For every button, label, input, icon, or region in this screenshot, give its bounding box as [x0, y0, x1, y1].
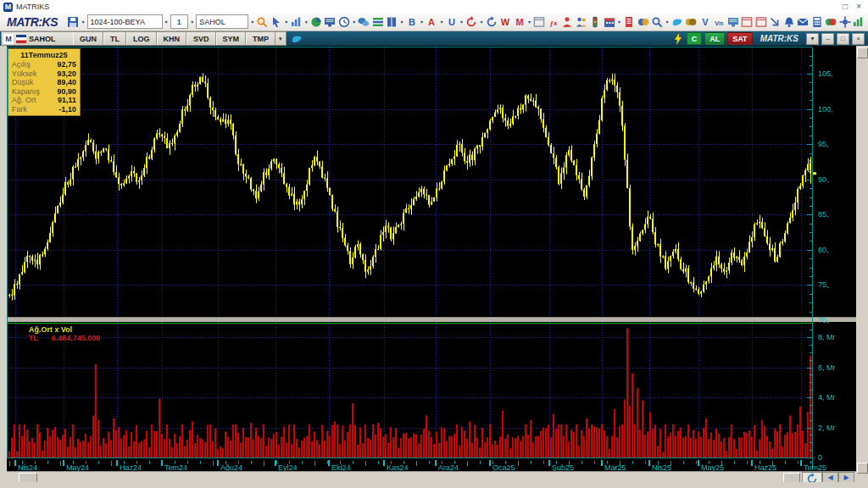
chart-titlebar: MSAHOLGUNTLLOGKHNSVDSYMTMP▾CALSATMATR:KS… [0, 31, 868, 46]
main-toolbar: MATR:KS ▾1024-100-BEYA▾1▾SAHOL▾▾▾▾▾B▾A▾U… [0, 13, 868, 31]
svg-text:Vn: Vn [715, 19, 723, 27]
dropdown-caret-icon[interactable]: ▾ [460, 19, 463, 25]
mini-window2-icon[interactable] [754, 15, 766, 28]
signal-icon[interactable] [589, 15, 601, 28]
workspace-combo[interactable]: 1024-100-BEYA [87, 14, 163, 29]
time-sales-icon[interactable] [338, 15, 350, 28]
wvf-icon[interactable]: W [499, 15, 511, 28]
chart-mode-button-gun[interactable]: GUN [73, 32, 103, 45]
panel-dropdown-button[interactable]: ▾ [806, 33, 819, 45]
snapshot-icon[interactable] [533, 15, 545, 28]
dropdown-caret-icon[interactable]: ▾ [665, 19, 668, 25]
mail-icon[interactable] [797, 15, 809, 28]
badge-icon[interactable] [685, 15, 697, 28]
quote-screen-icon[interactable] [324, 15, 336, 28]
dropdown-caret-icon[interactable]: ▾ [441, 19, 443, 25]
dropdown-caret-icon[interactable]: ▾ [305, 19, 308, 25]
chart-mode-button-log[interactable]: LOG [126, 32, 157, 45]
fast-order-lightning-icon[interactable] [672, 33, 684, 45]
market-depth-icon[interactable] [372, 15, 384, 28]
minimize-button[interactable]: – [821, 33, 834, 45]
chart-mode-button-svd[interactable]: SVD [186, 32, 216, 45]
calendar-icon[interactable] [604, 15, 615, 28]
info-box-label: Açılış [12, 60, 31, 69]
terminal-icon[interactable] [726, 15, 738, 28]
chart-mode-button-khn[interactable]: KHN [157, 32, 187, 45]
function-icon[interactable]: ƒx [548, 15, 559, 28]
payment-icon[interactable] [825, 15, 837, 28]
cursor-icon[interactable] [270, 15, 282, 28]
window-titlebar: M MATRIKS □× [0, 0, 868, 13]
transfer-icon[interactable] [637, 15, 649, 28]
twitter-share-icon[interactable] [291, 33, 303, 45]
maximize-button[interactable]: □ [843, 2, 848, 11]
viop-vn-icon[interactable]: Vn [713, 15, 725, 28]
chart-type-icon[interactable] [290, 15, 302, 28]
dropdown-caret-icon[interactable]: ▾ [481, 19, 483, 25]
dropdown-caret-icon[interactable]: ▾ [82, 19, 85, 25]
dropdown-caret-icon[interactable]: ▾ [618, 19, 620, 25]
svg-text:ƒx: ƒx [549, 19, 557, 27]
svg-text:B: B [409, 17, 415, 27]
dropdown-caret-icon[interactable]: ▾ [285, 19, 287, 25]
ledger-icon[interactable] [386, 15, 398, 28]
news-icon[interactable] [623, 15, 635, 28]
dropdown-caret-icon[interactable]: ▾ [251, 19, 253, 25]
search-icon[interactable] [651, 15, 663, 28]
chart-mode-button-sym[interactable]: SYM [216, 32, 247, 45]
contact-icon[interactable] [561, 15, 573, 28]
sync-icon[interactable] [486, 15, 498, 28]
splitter-bottom-button[interactable] [857, 463, 868, 474]
dropdown-caret-icon[interactable]: ▾ [401, 19, 403, 25]
sell-button[interactable]: SAT [727, 32, 752, 45]
refresh-icon[interactable] [465, 15, 477, 28]
svg-text:V: V [702, 17, 709, 27]
svg-text:W: W [501, 17, 510, 27]
svg-text:A: A [428, 17, 435, 27]
quick-c-button[interactable]: C [687, 32, 703, 45]
volume-value: 6.484.745.000 [52, 334, 101, 342]
matriks-mini-icon[interactable]: M [514, 15, 526, 28]
dropdown-caret-icon[interactable]: ▾ [420, 19, 423, 25]
page-combo[interactable]: 1 [170, 14, 189, 29]
symbol-combo[interactable]: SAHOL [196, 14, 248, 29]
dropdown-caret-icon[interactable]: ▾ [191, 19, 193, 25]
mini-window-icon[interactable] [741, 15, 753, 28]
ohlc-info-box: 11Temmuz25 Açılış92,75Yüksek93,20Düşük89… [8, 48, 81, 116]
settings-icon[interactable] [838, 15, 850, 28]
info-box-value: 92,75 [57, 60, 76, 69]
quick-menu-icon[interactable] [852, 15, 864, 28]
template-dropdown-icon[interactable]: ▾ [275, 36, 286, 42]
chart-mode-button-tmp[interactable]: TMP [246, 32, 275, 45]
splitter-top-button[interactable] [857, 47, 868, 58]
calculator-icon[interactable] [810, 15, 822, 28]
close-button[interactable]: × [852, 33, 865, 45]
info-box-value: 91,11 [58, 96, 76, 105]
titlebar-brand-label: MATR:KS [760, 34, 798, 43]
zoom-icon[interactable] [256, 15, 268, 28]
dropdown-caret-icon[interactable]: ▾ [353, 19, 355, 25]
info-box-row: Fark-1,10 [8, 105, 80, 114]
underline-u-icon[interactable]: U [446, 15, 458, 28]
save-icon[interactable] [67, 15, 79, 28]
dropdown-caret-icon[interactable]: ▾ [528, 19, 531, 25]
annotation-a-icon[interactable]: A [426, 15, 437, 28]
info-box-label: Düşük [12, 78, 34, 87]
draw-arrow-icon[interactable] [769, 15, 781, 28]
chat-icon[interactable] [358, 15, 370, 28]
group-icon[interactable] [576, 15, 587, 28]
alarm-icon[interactable] [782, 15, 794, 28]
buy-button[interactable]: AL [704, 32, 725, 45]
pie-chart-icon[interactable] [310, 15, 322, 28]
viop-v-icon[interactable]: V [698, 15, 710, 28]
bold-b-icon[interactable]: B [406, 15, 418, 28]
maximize-button[interactable]: □ [837, 33, 849, 45]
candlestick-chart-canvas[interactable] [7, 46, 856, 471]
chart-hscrollbar[interactable]: · ◀ ▶ [7, 471, 856, 483]
info-box-row: Ağ. Ort91,11 [8, 96, 80, 105]
twitter-icon[interactable] [670, 15, 682, 28]
close-button[interactable]: × [856, 2, 861, 11]
chart-right-gutter [856, 46, 868, 482]
dropdown-caret-icon[interactable]: ▾ [165, 19, 168, 25]
chart-mode-button-tl[interactable]: TL [103, 32, 126, 45]
